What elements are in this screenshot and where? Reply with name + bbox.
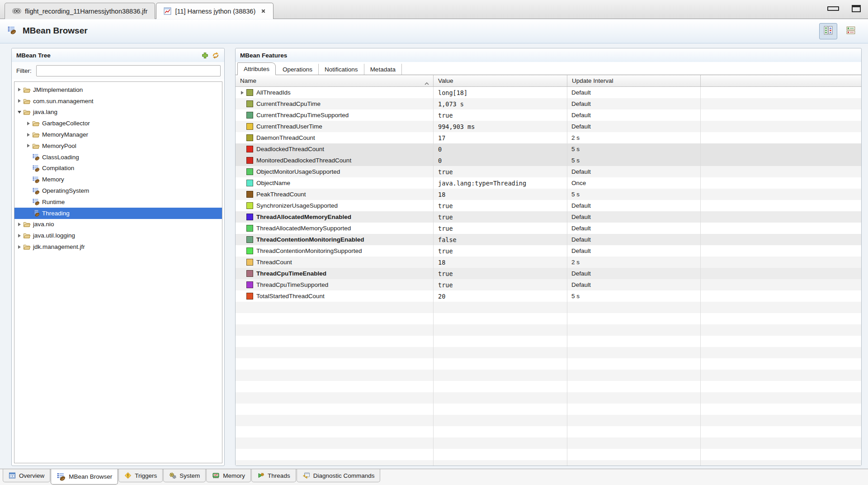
attribute-row-objectmonitorusagesupported[interactable]: ObjectMonitorUsageSupportedtrueDefault: [236, 166, 861, 177]
page-tab-label: Threads: [268, 472, 290, 479]
page-tab-overview[interactable]: Overview: [3, 469, 50, 482]
tab-attributes[interactable]: Attributes: [237, 62, 276, 75]
attribute-value: true: [434, 223, 567, 234]
expand-arrow-icon[interactable]: [16, 99, 22, 103]
attribute-name: DeadlockedThreadCount: [256, 146, 324, 152]
attribute-color-swatch: [246, 293, 253, 300]
tree-item-memory[interactable]: Memory: [14, 174, 222, 185]
expand-arrow-icon[interactable]: [25, 122, 31, 125]
refresh-icon[interactable]: [212, 52, 220, 59]
page-tab-memory[interactable]: Memory: [206, 469, 251, 482]
attribute-row-peakthreadcount[interactable]: PeakThreadCount185 s: [236, 189, 861, 200]
expand-arrow-icon[interactable]: [16, 88, 22, 91]
mbean-tree-panel: MBean Tree Filter: JMImplementationcom.s…: [11, 48, 225, 466]
attribute-row-allthreadids[interactable]: AllThreadIdslong[18]Default: [236, 87, 861, 98]
tab-operations[interactable]: Operations: [277, 64, 319, 75]
attribute-row-synchronizerusagesupported[interactable]: SynchronizerUsageSupportedtrueDefault: [236, 200, 861, 211]
tree-item-java-lang[interactable]: java.lang: [14, 107, 222, 118]
attribute-value: 18: [434, 257, 567, 268]
jvm-connection-icon: [164, 7, 171, 15]
column-header-update-interval[interactable]: Update Interval: [567, 75, 701, 86]
tree-item-label: java.nio: [33, 221, 54, 228]
expand-arrow-icon[interactable]: [25, 133, 31, 137]
tree-item-compilation[interactable]: Compilation: [14, 163, 222, 174]
attribute-name: ObjectMonitorUsageSupported: [256, 168, 340, 175]
horizontal-layout-button[interactable]: [842, 23, 860, 39]
expand-arrow-icon[interactable]: [16, 111, 22, 114]
expand-arrow-icon[interactable]: [25, 144, 31, 147]
attribute-row-threadcontentionmonitoringenabled[interactable]: ThreadContentionMonitoringEnabledfalseDe…: [236, 234, 861, 245]
tab-metadata[interactable]: Metadata: [364, 64, 402, 75]
attribute-update-interval: 2 s: [567, 257, 701, 268]
attribute-row-currentthreadusertime[interactable]: CurrentThreadUserTime994,903 msDefault: [236, 121, 861, 132]
empty-table-row: [236, 347, 861, 358]
maximize-icon[interactable]: [852, 5, 861, 12]
column-header-value[interactable]: Value: [434, 75, 567, 86]
attribute-row-monitoreddeadlockedthreadcount[interactable]: MonitoredDeadlockedThreadCount05 s: [236, 155, 861, 166]
attribute-color-swatch: [246, 202, 253, 209]
folder-icon: [23, 221, 31, 228]
attribute-row-objectname[interactable]: ObjectNamejava.lang:type=ThreadingOnce: [236, 177, 861, 189]
tree-item-java-nio[interactable]: java.nio: [14, 219, 222, 230]
attribute-row-totalstartedthreadcount[interactable]: TotalStartedThreadCount205 s: [236, 290, 861, 302]
tree-item-jdk-management-jfr[interactable]: jdk.management.jfr: [14, 241, 222, 252]
tree-item-operatingsystem[interactable]: OperatingSystem: [14, 185, 222, 196]
folder-icon: [23, 98, 31, 105]
mbean-icon: [32, 176, 40, 183]
tree-item-com-sun-management[interactable]: com.sun.management: [14, 95, 222, 107]
tree-item-runtime[interactable]: Runtime: [14, 196, 222, 208]
tree-item-classloading[interactable]: ClassLoading: [14, 152, 222, 163]
minimize-icon[interactable]: [827, 6, 839, 11]
tree-item-label: jdk.management.jfr: [33, 243, 85, 250]
page-tab-threads[interactable]: Threads: [251, 469, 296, 482]
attribute-row-currentthreadcputimesupported[interactable]: CurrentThreadCpuTimeSupportedtrueDefault: [236, 109, 861, 121]
attribute-row-currentthreadcputime[interactable]: CurrentThreadCpuTime1,073 sDefault: [236, 98, 861, 109]
tree-item-memorypool[interactable]: MemoryPool: [14, 140, 222, 152]
attribute-row-threadcontentionmonitoringsupported[interactable]: ThreadContentionMonitoringSupportedtrueD…: [236, 245, 861, 257]
add-attribute-icon[interactable]: [201, 52, 209, 59]
page-tab-mbean-browser[interactable]: MBean Browser: [51, 469, 118, 485]
attribute-color-swatch: [246, 100, 253, 107]
close-tab-icon[interactable]: [261, 9, 266, 14]
attribute-row-threadcount[interactable]: ThreadCount182 s: [236, 257, 861, 268]
tree-item-threading[interactable]: Threading: [14, 208, 222, 219]
expand-arrow-icon[interactable]: [16, 234, 22, 238]
attribute-name: TotalStartedThreadCount: [256, 293, 325, 300]
filter-input[interactable]: [36, 65, 221, 76]
column-header-name[interactable]: Name: [236, 75, 434, 86]
tree-item-label: MemoryManager: [42, 131, 88, 138]
attribute-update-interval: Default: [567, 200, 701, 211]
attribute-row-threadallocatedmemorysupported[interactable]: ThreadAllocatedMemorySupportedtrueDefaul…: [236, 223, 861, 234]
attribute-value: 20: [434, 290, 567, 302]
attribute-update-interval: Default: [567, 211, 701, 223]
attribute-row-deadlockedthreadcount[interactable]: DeadlockedThreadCount05 s: [236, 143, 861, 155]
attribute-row-threadcputimeenabled[interactable]: ThreadCpuTimeEnabledtrueDefault: [236, 268, 861, 279]
mbean-icon: [32, 198, 40, 205]
attribute-row-daemonthreadcount[interactable]: DaemonThreadCount172 s: [236, 132, 861, 143]
page-tab-system[interactable]: System: [163, 469, 206, 482]
tab-notifications[interactable]: Notifications: [319, 64, 364, 75]
tree-item-label: OperatingSystem: [42, 187, 89, 194]
tree-item-garbagecollector[interactable]: GarbageCollector: [14, 118, 222, 129]
expand-arrow-icon[interactable]: [16, 245, 22, 249]
page-tab-triggers[interactable]: Triggers: [118, 469, 163, 482]
editor-tab[interactable]: [11] Harness jython (38836): [156, 3, 274, 19]
tree-item-label: Compilation: [42, 165, 74, 171]
attribute-row-threadcputimesupported[interactable]: ThreadCpuTimeSupportedtrueDefault: [236, 279, 861, 290]
tree-item-jmimplementation[interactable]: JMImplementation: [14, 84, 222, 95]
page-tab-diagnostic-commands[interactable]: Diagnostic Commands: [297, 469, 381, 482]
vertical-layout-button[interactable]: [819, 23, 837, 39]
system-icon: [169, 472, 176, 479]
mbean-tree: JMImplementationcom.sun.managementjava.l…: [14, 81, 222, 463]
expand-arrow-icon[interactable]: [16, 223, 22, 226]
tree-item-memorymanager[interactable]: MemoryManager: [14, 129, 222, 140]
empty-table-row: [236, 426, 861, 437]
empty-table-row: [236, 449, 861, 460]
expand-arrow-icon[interactable]: [239, 91, 245, 95]
editor-tab[interactable]: flight_recording_11Harnessjython38836.jf…: [5, 3, 155, 19]
tree-item-java-util-logging[interactable]: java.util.logging: [14, 230, 222, 241]
diagnostic-commands-icon: [302, 472, 310, 479]
attribute-value: false: [434, 234, 567, 245]
attribute-row-threadallocatedmemoryenabled[interactable]: ThreadAllocatedMemoryEnabledtrueDefault: [236, 211, 861, 223]
attribute-value: 994,903 ms: [434, 121, 567, 132]
